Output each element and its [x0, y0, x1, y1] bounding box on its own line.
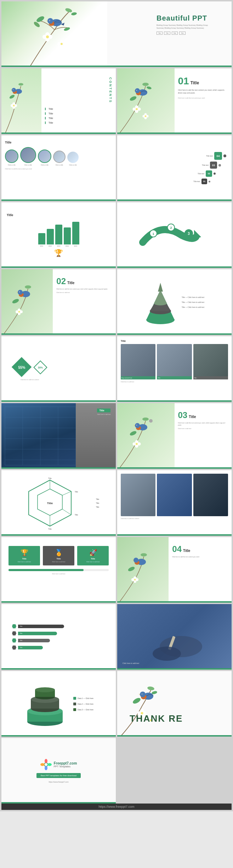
download-banner: Best PPT templates for free download [36, 773, 81, 778]
section-02-desc: Click here to add the text content you n… [56, 288, 112, 290]
svg-text:Title: Title [75, 514, 78, 516]
section-number: 01 [178, 75, 189, 87]
slide-6-bar-chart: Title 2011 2012 2013 2014 [1, 202, 116, 268]
svg-line-118 [62, 491, 71, 495]
bar-label-2: 2012 [49, 245, 52, 247]
building-title-overlay: Title Click here to add text [97, 408, 110, 415]
slide-22-freeppt: Freeppt7.com PPT Templates Best PPT temp… [1, 738, 116, 804]
slide-15-caption: Click here to add text content [121, 518, 228, 519]
bar-rect-4 [64, 227, 71, 244]
section-02-extra: Click here to add text [56, 292, 112, 293]
svg-point-122 [141, 553, 147, 557]
hands-text: Click here to add text [123, 662, 139, 664]
photo-caption-5: Click on title [69, 164, 77, 166]
section-02-label: Title [67, 281, 74, 285]
svg-point-108 [136, 425, 137, 425]
award-rocket: 🚀 Title Click here to add text [77, 546, 109, 565]
slide-2-bird-svg [1, 68, 30, 134]
diamond-desc: Click here to add text content [21, 379, 39, 381]
slide-17-bird-svg [117, 537, 160, 603]
timeline-arrow-4 [12, 646, 16, 650]
thank-re-title: THANK RE [130, 713, 183, 724]
award-medal: 🏅 Title Click here to add text [43, 546, 74, 565]
section-04-desc: Click here to add the text content you n… [172, 556, 228, 558]
svg-point-131 [133, 558, 138, 563]
svg-point-96 [142, 418, 149, 421]
cone-label-3: Title — Click here to add text [182, 306, 204, 308]
cone-container: Title — Click here to add text Title — C… [144, 279, 204, 325]
rocket-desc: Click here to add text [86, 561, 100, 563]
svg-marker-55 [133, 90, 135, 91]
extra-text: Click here to add the text content you n… [178, 97, 228, 99]
slide-18-timeline: Title Title Title [1, 604, 116, 670]
svg-point-42 [138, 108, 141, 111]
tag-2: Title [164, 32, 170, 35]
section-04-number: 04 [172, 544, 182, 554]
slide-11-photos: Title Buy content here Title T [117, 336, 232, 402]
pct-55: 55% [18, 365, 25, 369]
photo-caption-2: Click on title [24, 164, 32, 166]
trophy-icon: 🏆 [54, 249, 63, 257]
bar-2: 2012 [47, 229, 54, 247]
overlay-text-3: Title [194, 377, 227, 379]
slide-7-arrow: 1 2 3 [117, 202, 232, 268]
drum-dot-1 [73, 697, 76, 700]
progress-label: Click here to add text [5, 573, 112, 575]
bar-chart: 2011 2012 2013 2014 2015 [38, 219, 79, 247]
slide-13-section03: 03 Title Click here to add the text cont… [117, 403, 232, 469]
svg-point-45 [136, 108, 138, 110]
step-02: Title text 02 [198, 170, 216, 177]
svg-point-19 [47, 18, 53, 24]
svg-point-33 [12, 88, 16, 92]
bar-label-3: 2013 [57, 245, 60, 247]
circle-photo-2 [20, 147, 36, 163]
circle-photo-5 [67, 152, 79, 163]
svg-point-109 [149, 419, 153, 423]
main-title: Beautiful PPT [157, 14, 213, 22]
timeline-text-3: Title [20, 639, 22, 641]
freeppt-logo-svg [40, 759, 52, 770]
medal-icon: 🏅 [55, 549, 63, 557]
timeline-item-2: Title [12, 631, 105, 636]
slide-20-drums: Data 1 — Click here Data 2 — Click here … [1, 671, 116, 737]
svg-marker-85 [158, 283, 163, 292]
svg-text:2: 2 [170, 226, 172, 230]
svg-point-2 [71, 12, 77, 16]
bar-rect-5 [72, 222, 79, 244]
svg-point-47 [143, 115, 145, 118]
svg-point-10 [46, 35, 49, 38]
timeline-text-2: Title [20, 632, 22, 634]
svg-point-121 [127, 566, 135, 572]
slide-17-bird [117, 537, 169, 603]
diamond-small: 30% [33, 360, 47, 374]
landscape-row [121, 474, 228, 516]
building-sub-text: Click here to add text [97, 413, 110, 415]
hex-label-3: Title [96, 506, 99, 508]
slide-17-content: 04 Title Click here to add the text cont… [169, 537, 232, 603]
slide-21-bird-svg [117, 678, 181, 736]
steps-container: Title text 04 Title text 03 Title text 0… [123, 152, 226, 184]
tag-1: Title [157, 32, 163, 35]
slide-4-photos: Title Click on title Click on title Clic… [1, 135, 116, 201]
step-01-text: Title text [193, 180, 200, 182]
step-04-text: Title text [206, 155, 213, 157]
svg-marker-34 [11, 89, 12, 91]
overlay-text-1: Buy content here [121, 377, 155, 379]
svg-point-105 [135, 423, 140, 428]
svg-point-135 [153, 647, 181, 661]
contents-area: CONTENTS Title Title Title Title [41, 68, 116, 134]
bar-rect-2 [47, 229, 54, 244]
svg-point-30 [13, 105, 15, 107]
svg-text:Title: Title [47, 502, 53, 505]
drum-labels: Data 1 — Click here Data 2 — Click here … [73, 697, 93, 711]
landscape-photo-2 [157, 474, 192, 516]
timeline-bar-4: Title [18, 646, 43, 649]
slide-16-awards: 🏆 Title Click here to add text 🏅 Title C… [1, 537, 116, 603]
photo-overlay-2: Title [157, 376, 192, 379]
slide-8-content: 02 Title Click here to add the text cont… [53, 269, 116, 335]
drum-text-1: Data 1 — Click here [78, 697, 93, 699]
svg-point-98 [133, 443, 136, 446]
step-04-num: 04 [214, 152, 222, 160]
photo-caption-4: Click on title [56, 164, 63, 166]
hands-bg [117, 604, 232, 670]
